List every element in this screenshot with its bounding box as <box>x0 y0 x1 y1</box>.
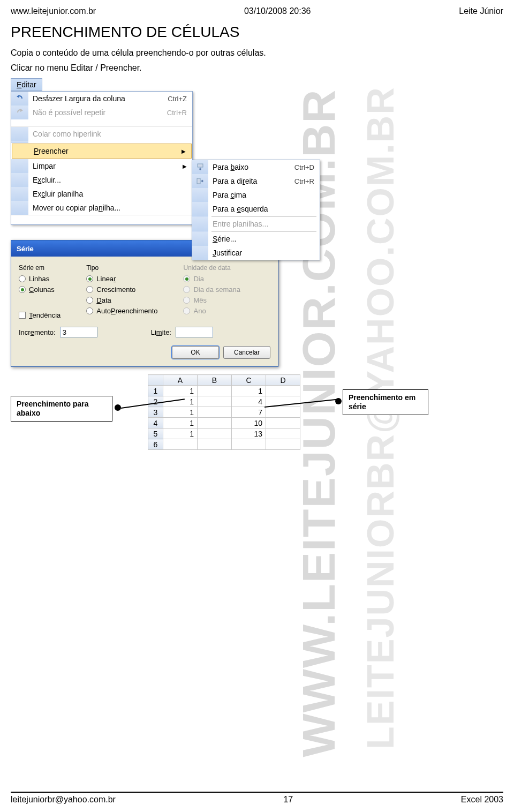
radio-ds-label: Dia da semana <box>193 285 240 294</box>
radio-colunas[interactable]: Colunas <box>19 285 61 294</box>
cell[interactable]: 1 <box>163 386 198 396</box>
cell[interactable] <box>198 386 232 396</box>
submenu-arrow-icon: ▶ <box>176 148 191 154</box>
sub-item-serie[interactable]: Série... <box>192 232 320 246</box>
cell[interactable]: 1 <box>163 407 198 418</box>
cell[interactable] <box>232 439 266 450</box>
cell[interactable] <box>266 407 300 418</box>
sub-baixo-label: Para baixo <box>208 163 294 171</box>
cell[interactable] <box>266 428 300 439</box>
sub-item-justificar[interactable]: Justificar <box>192 246 320 260</box>
menu-item-redo: Não é possível repetir Ctrl+R <box>11 106 192 119</box>
sub-esquerda-label: Para a esquerda <box>208 205 320 213</box>
radio-cresc-label: Crescimento <box>96 285 135 294</box>
cell[interactable] <box>198 396 232 407</box>
menu-item-excluir[interactable]: Excluir... <box>11 173 192 187</box>
cell[interactable]: 13 <box>232 428 266 439</box>
menu-redo-shortcut: Ctrl+R <box>167 109 192 117</box>
cell[interactable] <box>198 407 232 418</box>
fill-down-icon <box>192 160 208 174</box>
radio-data[interactable]: Data <box>86 296 157 304</box>
svg-rect-0 <box>198 164 203 167</box>
sub-baixo-shortcut: Ctrl+D <box>294 163 320 171</box>
menu-item-mover[interactable]: Mover ou copiar planilha... <box>11 201 192 215</box>
menu-torn-edge <box>11 119 192 127</box>
radio-ano: Ano <box>183 307 240 315</box>
page-title: PREENCHIMENTO DE CÉLULAS <box>11 24 503 41</box>
row-header[interactable]: 1 <box>148 386 163 396</box>
sub-cima-label: Para cima <box>208 191 320 199</box>
svg-rect-1 <box>197 178 200 184</box>
cell[interactable]: 1 <box>163 418 198 428</box>
cell[interactable]: 1 <box>163 428 198 439</box>
cell[interactable] <box>266 418 300 428</box>
col-header-c[interactable]: C <box>232 375 266 386</box>
menu-editar-label: ditar <box>21 80 36 89</box>
col-header-a[interactable]: A <box>163 375 198 386</box>
radio-linear-label: Linear <box>96 275 116 283</box>
menu-item-limpar[interactable]: Limpar ▶ <box>11 159 192 173</box>
menu-item-undo[interactable]: Desfazer Largura da coluna Ctrl+Z <box>11 92 192 106</box>
col-header-b[interactable]: B <box>198 375 232 386</box>
radio-mes-label: Mês <box>193 296 207 304</box>
radio-mes: Mês <box>183 296 240 304</box>
sub-item-esquerda[interactable]: Para a esquerda <box>192 202 320 216</box>
ok-button[interactable]: OK <box>172 346 219 359</box>
radio-linhas[interactable]: Linhas <box>19 275 61 283</box>
header-right: Leite Júnior <box>459 6 503 16</box>
intro-text-1: Copia o conteúdo de uma célula preenchen… <box>11 48 503 58</box>
cell[interactable] <box>198 439 232 450</box>
radio-auto[interactable]: AutoPreenchimento <box>86 307 157 315</box>
intro-text-2: Clicar no menu Editar / Preencher. <box>11 63 503 73</box>
cell[interactable]: 1 <box>232 386 266 396</box>
footer-right: Excel 2003 <box>461 795 503 805</box>
callout-abaixo: Preenchimento para abaixo <box>11 396 112 422</box>
radio-ano-label: Ano <box>193 307 206 315</box>
cancel-button[interactable]: Cancelar <box>223 346 270 359</box>
row-header[interactable]: 4 <box>148 418 163 428</box>
col-header-d[interactable]: D <box>266 375 300 386</box>
corner-cell[interactable] <box>148 375 163 386</box>
cell[interactable] <box>163 439 198 450</box>
limite-label: Limite: <box>151 328 171 336</box>
row-header[interactable]: 6 <box>148 439 163 450</box>
editar-dropdown: Desfazer Largura da coluna Ctrl+Z Não é … <box>11 91 193 225</box>
menu-undo-label: Desfazer Largura da coluna <box>28 94 168 103</box>
menu-mover-label: Mover ou copiar planilha... <box>28 204 192 212</box>
sub-serie-label: Série... <box>208 235 320 243</box>
incremento-input[interactable] <box>60 327 97 337</box>
cell[interactable]: 7 <box>232 407 266 418</box>
undo-icon <box>11 92 28 106</box>
sub-item-baixo[interactable]: Para baixo Ctrl+D <box>192 160 320 174</box>
radio-linear[interactable]: Linear <box>86 275 157 283</box>
incremento-label: Incremento: <box>19 328 56 336</box>
footer-center: 17 <box>283 795 293 805</box>
menu-torn-edge-bottom <box>11 215 192 224</box>
menu-item-preencher[interactable]: Preencher ▶ <box>12 144 192 159</box>
radio-dia-semana: Dia da semana <box>183 285 240 294</box>
menu-editar[interactable]: Editar <box>11 78 42 91</box>
checkbox-tendencia[interactable]: Tendência <box>19 311 61 319</box>
radio-crescimento[interactable]: Crescimento <box>86 285 157 294</box>
fill-right-icon <box>192 174 208 188</box>
header-left: www.leitejunior.com.br <box>11 6 96 16</box>
sub-direita-shortcut: Ctrl+R <box>294 177 320 185</box>
cell[interactable]: 10 <box>232 418 266 428</box>
cell[interactable] <box>198 428 232 439</box>
row-header[interactable]: 5 <box>148 428 163 439</box>
limite-input[interactable] <box>176 327 213 337</box>
sub-item-direita[interactable]: Para a direita Ctrl+R <box>192 174 320 188</box>
menu-item-excluir-planilha[interactable]: Excluir planilha <box>11 187 192 201</box>
cell[interactable] <box>266 439 300 450</box>
cell[interactable] <box>266 386 300 396</box>
sub-direita-label: Para a direita <box>208 177 294 185</box>
cell[interactable]: 4 <box>232 396 266 407</box>
menu-redo-label: Não é possível repetir <box>28 108 167 117</box>
cell[interactable] <box>198 418 232 428</box>
menu-item-colar-hyperlink: Colar como hiperlink <box>11 127 192 141</box>
radio-dia-label: Dia <box>193 275 204 283</box>
sub-item-cima[interactable]: Para cima <box>192 188 320 202</box>
menu-undo-shortcut: Ctrl+Z <box>168 95 192 103</box>
tendencia-label: Tendência <box>29 311 61 319</box>
row-header[interactable]: 3 <box>148 407 163 418</box>
